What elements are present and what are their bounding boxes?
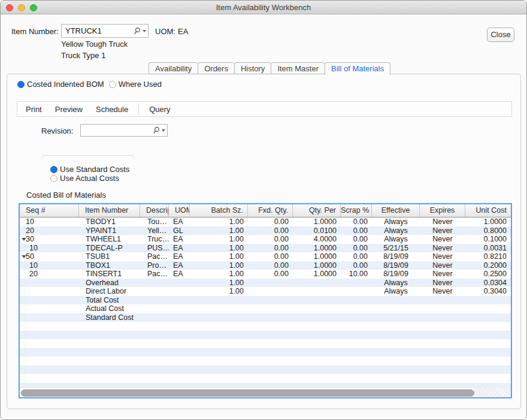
column-header-scrap[interactable]: Scrap % xyxy=(341,204,372,217)
uom-value: EA xyxy=(178,27,188,36)
tab-orders[interactable]: Orders xyxy=(198,62,234,74)
cell-fxd xyxy=(248,287,293,296)
table-row[interactable] xyxy=(20,331,511,340)
table-row[interactable] xyxy=(20,374,511,383)
close-button[interactable]: Close xyxy=(487,28,514,42)
cell-seq xyxy=(20,365,79,374)
cell-eff: 8/19/09 xyxy=(372,261,420,270)
schedule-button[interactable]: Schedule xyxy=(89,105,135,114)
cell-eff xyxy=(372,296,420,305)
column-header-cost[interactable]: Unit Cost xyxy=(465,204,511,217)
table-row[interactable] xyxy=(20,339,511,348)
cell-desc xyxy=(140,339,169,348)
table-row[interactable] xyxy=(20,322,511,331)
use-actual-costs-radio[interactable] xyxy=(50,175,57,182)
table-row[interactable] xyxy=(20,356,511,365)
cell-qty xyxy=(293,365,341,374)
cell-desc xyxy=(140,365,169,374)
item-number-lookup-icon[interactable] xyxy=(134,27,146,35)
table-row[interactable]: 30TWHEEL1Truc…EA1.000.004.00000.00Always… xyxy=(20,235,511,244)
table-row[interactable]: Actual Cost xyxy=(20,304,511,313)
table-row[interactable]: 10TBOX1Pro…EA1.000.001.00000.008/19/09Ne… xyxy=(20,261,511,270)
column-header-qty[interactable]: Qty. Per xyxy=(293,204,341,217)
costed-indented-bom-radio[interactable] xyxy=(17,81,25,88)
expander-icon[interactable] xyxy=(22,255,26,258)
use-standard-costs-radio[interactable] xyxy=(50,166,57,173)
cell-eff xyxy=(372,365,420,374)
cell-eff xyxy=(372,331,420,340)
horizontal-scrollbar[interactable] xyxy=(20,388,511,397)
cell-eff: Always xyxy=(372,226,420,235)
table-row[interactable]: Direct Labor1.00AlwaysNever0.3040 xyxy=(20,287,511,296)
scrollbar-track-hatch xyxy=(474,388,511,397)
expander-icon[interactable] xyxy=(22,238,26,241)
cell-item xyxy=(79,348,140,357)
column-header-item[interactable]: Item Number xyxy=(79,204,140,217)
cell-scrap: 0.00 xyxy=(341,226,372,235)
tab-availability[interactable]: Availability xyxy=(149,62,198,74)
cell-uom: EA xyxy=(169,217,190,226)
cell-seq: 10 xyxy=(20,261,79,270)
cell-qty xyxy=(293,322,341,331)
cell-qty xyxy=(293,374,341,383)
tab-history[interactable]: History xyxy=(234,62,271,74)
print-button[interactable]: Print xyxy=(19,105,49,114)
cell-cost xyxy=(465,313,511,322)
cell-item: TSUB1 xyxy=(79,252,140,261)
table-row[interactable]: Total Cost xyxy=(20,296,511,305)
table-row[interactable]: 10TDECAL-PPUS…EA1.000.001.00000.005/21/1… xyxy=(20,244,511,253)
scrollbar-thumb[interactable] xyxy=(21,389,474,397)
column-header-eff[interactable]: Effective xyxy=(372,204,420,217)
tab-bar: Availability Orders History Item Master … xyxy=(149,62,390,75)
cell-qty: 1.0000 xyxy=(293,217,341,226)
column-header-desc[interactable]: Description xyxy=(140,204,169,217)
table-row[interactable]: 20TINSERT1Pac…EA1.000.001.000010.008/19/… xyxy=(20,270,511,279)
column-header-fxd[interactable]: Fxd. Qty. xyxy=(248,204,293,217)
revision-lookup-icon[interactable] xyxy=(153,126,165,134)
cell-item: Standard Cost xyxy=(79,313,140,322)
cell-scrap xyxy=(341,356,372,365)
table-row[interactable]: 10TBODY1Tou…EA1.000.001.00000.00AlwaysNe… xyxy=(20,217,511,226)
cell-eff: Always xyxy=(372,279,420,288)
cell-cost xyxy=(465,339,511,348)
cell-uom: EA xyxy=(169,252,190,261)
table-row[interactable]: Standard Cost xyxy=(20,313,511,322)
cell-exp: Never xyxy=(420,217,465,226)
mode-radio-group: Costed Indented BOM Where Used xyxy=(17,80,162,89)
title-bar[interactable]: Item Availability Workbench xyxy=(1,1,526,14)
table-row[interactable]: Overhead1.00AlwaysNever0.0304 xyxy=(20,279,511,288)
app-window: Item Availability Workbench Item Number:… xyxy=(0,0,527,420)
cell-cost: 0.2000 xyxy=(465,261,511,270)
column-header-seq[interactable]: Seq # xyxy=(20,204,79,217)
table-row[interactable] xyxy=(20,348,511,357)
bom-grid[interactable]: Seq #Item NumberDescriptionUOMBatch Sz.F… xyxy=(19,203,512,398)
item-description: Yellow Tough Truck xyxy=(61,40,128,49)
cell-fxd xyxy=(248,374,293,383)
table-row[interactable]: 50TSUB1Pac…EA1.000.001.00000.008/19/09Ne… xyxy=(20,252,511,261)
where-used-radio[interactable] xyxy=(109,81,116,88)
cell-cost: 1.0000 xyxy=(465,217,511,226)
cell-seq xyxy=(20,313,79,322)
column-header-batch[interactable]: Batch Sz. xyxy=(190,204,248,217)
cell-cost: 0.3040 xyxy=(465,287,511,296)
cell-qty: 1.0000 xyxy=(293,244,341,253)
tab-bill-of-materials[interactable]: Bill of Materials xyxy=(325,62,390,75)
cell-eff: Always xyxy=(372,287,420,296)
cell-batch xyxy=(190,339,248,348)
table-row[interactable]: 20YPAINT1Yell…GL1.000.000.01000.00Always… xyxy=(20,226,511,235)
query-button[interactable]: Query xyxy=(143,105,177,114)
use-standard-costs-label: Use Standard Costs xyxy=(60,165,129,174)
tab-item-master[interactable]: Item Master xyxy=(271,62,325,74)
cell-fxd xyxy=(248,322,293,331)
cell-seq xyxy=(20,331,79,340)
table-row[interactable] xyxy=(20,365,511,374)
cell-desc xyxy=(140,374,169,383)
cell-seq xyxy=(20,348,79,357)
column-header-exp[interactable]: Expires xyxy=(420,204,465,217)
cell-exp xyxy=(420,322,465,331)
cell-scrap xyxy=(341,365,372,374)
cell-item: Direct Labor xyxy=(79,287,140,296)
column-header-uom[interactable]: UOM xyxy=(169,204,190,217)
preview-button[interactable]: Preview xyxy=(49,105,89,114)
cell-cost xyxy=(465,374,511,383)
